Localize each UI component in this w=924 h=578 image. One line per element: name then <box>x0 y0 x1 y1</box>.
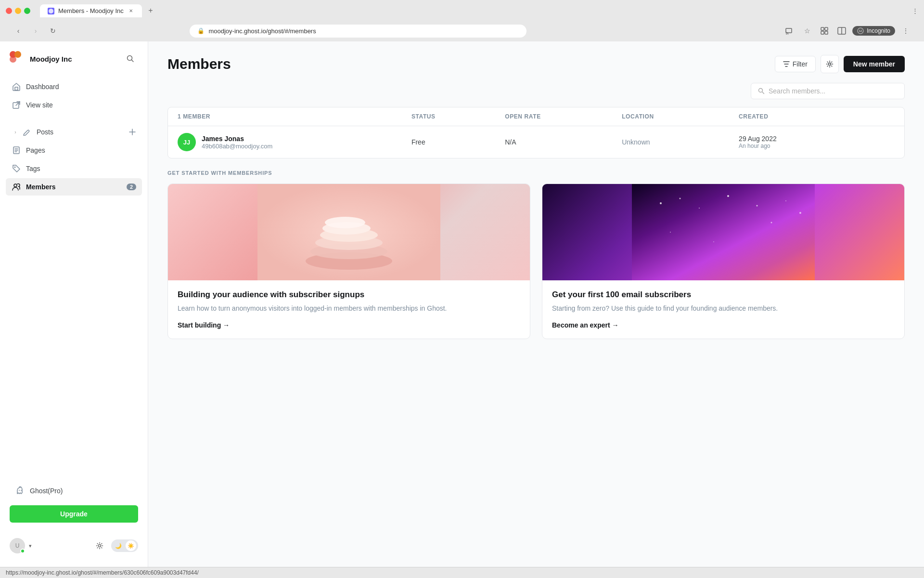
header-actions: Filter New member <box>775 55 905 73</box>
card-subscriber-signups[interactable]: Building your audience with subscriber s… <box>167 184 530 339</box>
member-details: James Jonas 49b608ab@moodjoy.com <box>202 135 272 150</box>
svg-point-20 <box>828 63 831 66</box>
svg-point-15 <box>14 167 16 168</box>
members-icon <box>12 182 21 192</box>
new-tab-button[interactable]: + <box>144 4 157 17</box>
card-body-2: Get your first 100 email subscribers Sta… <box>542 280 904 339</box>
svg-point-21 <box>759 89 763 92</box>
card-body: Building your audience with subscriber s… <box>168 280 530 339</box>
svg-point-35 <box>785 200 786 201</box>
user-menu-chevron[interactable]: ▾ <box>29 543 32 549</box>
svg-point-18 <box>21 490 22 491</box>
active-tab[interactable]: Members - Moodjoy Inc ✕ <box>40 4 142 17</box>
sidebar-item-pages-label: Pages <box>26 146 45 154</box>
add-post-button[interactable] <box>128 128 136 136</box>
light-theme-option[interactable]: ☀️ <box>126 540 136 551</box>
svg-point-36 <box>799 212 801 214</box>
window-controls <box>6 8 30 14</box>
card-link[interactable]: Start building → <box>178 321 520 329</box>
reload-button[interactable]: ↻ <box>46 24 60 38</box>
forward-button[interactable]: › <box>29 24 42 38</box>
svg-point-17 <box>19 490 20 491</box>
svg-point-33 <box>727 195 729 197</box>
svg-point-39 <box>713 241 714 242</box>
settings-footer-button[interactable] <box>92 538 107 553</box>
theme-toggle[interactable]: 🌙 ☀️ <box>111 539 138 552</box>
get-started-section: GET STARTED WITH MEMBERSHIPS <box>167 170 905 339</box>
member-name: James Jonas <box>202 135 272 143</box>
extensions-icon[interactable] <box>818 24 831 38</box>
members-badge: 2 <box>127 184 136 190</box>
filter-button[interactable]: Filter <box>775 56 816 72</box>
member-email: 49b608ab@moodjoy.com <box>202 143 272 150</box>
member-location: Unknown <box>622 138 739 146</box>
browser-menu-icon[interactable]: ⋮ <box>899 24 912 38</box>
sidebar-nav-content: › Posts Pages Tags <box>0 123 148 196</box>
tab-close-button[interactable]: ✕ <box>128 8 134 14</box>
svg-rect-2 <box>821 27 824 30</box>
split-view-icon[interactable] <box>835 24 848 38</box>
member-status: Free <box>411 138 505 146</box>
page-header: Members Filter New member <box>148 41 924 83</box>
col-header-status: STATUS <box>411 113 505 120</box>
ghost-pro-label: Ghost(Pro) <box>30 487 63 495</box>
address-bar[interactable]: 🔒 moodjoy-inc.ghost.io/ghost/#/members <box>190 25 526 38</box>
card-image-pink <box>168 184 530 280</box>
home-icon <box>12 82 21 92</box>
card-email-subscribers[interactable]: Get your first 100 email subscribers Sta… <box>542 184 905 339</box>
incognito-badge[interactable]: Incognito <box>852 26 895 36</box>
window-menu-icon[interactable]: ⋮ <box>912 7 918 14</box>
sidebar: Moodjoy Inc Dashboard View site <box>0 41 148 567</box>
sidebar-item-members-label: Members <box>26 183 55 191</box>
tag-icon <box>12 164 21 173</box>
svg-rect-4 <box>821 31 824 34</box>
sidebar-item-pages[interactable]: Pages <box>6 142 142 159</box>
svg-point-28 <box>325 217 365 228</box>
svg-point-16 <box>14 184 17 187</box>
back-button[interactable]: ‹ <box>12 24 25 38</box>
lock-icon: 🔒 <box>197 27 205 34</box>
brand-logo <box>10 51 25 66</box>
svg-point-31 <box>680 198 681 199</box>
sidebar-item-dashboard-label: Dashboard <box>26 83 59 91</box>
created-ago: An hour ago <box>739 143 895 149</box>
sidebar-item-tags[interactable]: Tags <box>6 160 142 177</box>
upgrade-button[interactable]: Upgrade <box>10 505 138 523</box>
avatar: JJ <box>178 133 196 151</box>
card-link-2[interactable]: Become an expert → <box>552 321 895 329</box>
table-row[interactable]: JJ James Jonas 49b608ab@moodjoy.com Free… <box>168 126 904 158</box>
close-window-dot[interactable] <box>6 8 12 14</box>
search-bar <box>751 83 905 99</box>
search-container <box>148 83 924 107</box>
svg-point-32 <box>699 208 700 209</box>
sidebar-item-posts[interactable]: › Posts <box>6 123 142 141</box>
minimize-window-dot[interactable] <box>15 8 21 14</box>
brand-name: Moodjoy Inc <box>30 55 72 63</box>
sidebar-item-members[interactable]: Members 2 <box>6 178 142 196</box>
new-member-button[interactable]: New member <box>844 56 905 72</box>
cast-icon <box>783 24 796 38</box>
dark-theme-option[interactable]: 🌙 <box>113 540 124 551</box>
sidebar-item-dashboard[interactable]: Dashboard <box>6 78 142 95</box>
avatar[interactable]: U <box>10 538 25 553</box>
maximize-window-dot[interactable] <box>24 8 30 14</box>
members-settings-button[interactable] <box>821 55 839 73</box>
member-info: JJ James Jonas 49b608ab@moodjoy.com <box>178 133 411 151</box>
bookmark-icon[interactable]: ☆ <box>800 24 814 38</box>
incognito-label: Incognito <box>867 27 890 34</box>
svg-point-34 <box>757 205 758 207</box>
svg-point-8 <box>858 28 863 34</box>
edit-icon <box>22 127 32 137</box>
col-header-open-rate: OPEN RATE <box>505 113 622 120</box>
member-open-rate: N/A <box>505 138 622 146</box>
card-title: Building your audience with subscriber s… <box>178 290 520 300</box>
svg-point-9 <box>859 30 860 31</box>
sidebar-bottom: Ghost(Pro) Upgrade <box>0 474 148 530</box>
svg-point-0 <box>49 9 53 13</box>
user-status-dot <box>20 549 25 553</box>
search-input[interactable] <box>769 87 898 95</box>
sidebar-search-button[interactable] <box>123 51 138 66</box>
sidebar-item-ghost-pro[interactable]: Ghost(Pro) <box>10 482 138 499</box>
tab-bar: Members - Moodjoy Inc ✕ + <box>40 4 157 17</box>
sidebar-item-view-site[interactable]: View site <box>6 96 142 114</box>
